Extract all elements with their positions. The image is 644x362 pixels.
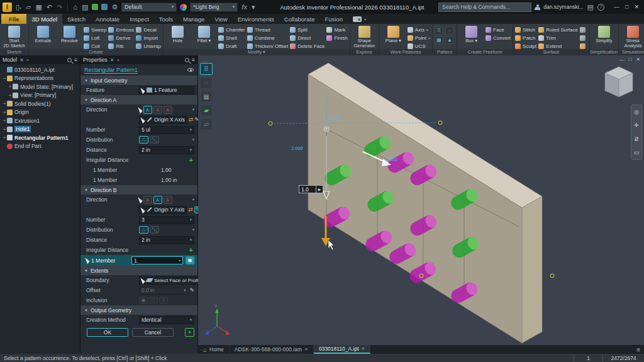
appearance-dropdown[interactable]: *Light Beig▾ bbox=[190, 3, 238, 12]
tree-item-end-of-part[interactable]: End of Part bbox=[0, 142, 80, 151]
expand-icon[interactable]: + bbox=[2, 110, 7, 115]
axis-button[interactable]: Axis▾ bbox=[408, 26, 430, 33]
distribution-b-spacing-button[interactable]: ∴ bbox=[139, 226, 148, 234]
direction-b-axis-mode-1[interactable]: Y bbox=[143, 196, 152, 204]
tree-item-rectangular-pattern1[interactable]: +Rectangular Pattern1 bbox=[0, 133, 80, 142]
zoom-icon[interactable]: ⇵ bbox=[634, 136, 639, 142]
3d-viewport[interactable]: — □ ✕ ⠿ ◌ ▦ ▰ ▱ ◎ ✛ ⇵ ▭ bbox=[198, 55, 644, 345]
expand-icon[interactable]: + bbox=[2, 135, 7, 140]
file-menu-button[interactable]: File bbox=[1, 14, 26, 24]
trim-button[interactable]: Trim bbox=[538, 35, 578, 42]
browser-tab-model[interactable]: Model bbox=[3, 57, 17, 63]
tab-list-menu-icon[interactable]: ≡ bbox=[633, 345, 644, 354]
properties-search-icon[interactable] bbox=[185, 58, 189, 62]
member-a1-value[interactable]: 1.00 bbox=[161, 167, 172, 173]
number-a-input[interactable]: 5 ul▾ bbox=[139, 126, 194, 134]
close-button[interactable]: ✕ bbox=[634, 4, 639, 10]
distribution-b-extent-button[interactable]: ⋱ bbox=[150, 226, 159, 234]
direction-a-axis-mode-3[interactable]: Y bbox=[164, 106, 172, 114]
section-input-geometry[interactable]: ▼Input Geometry bbox=[80, 76, 197, 85]
edit-offset-icon[interactable]: ✎ bbox=[189, 288, 194, 293]
patch-button[interactable]: Patch bbox=[515, 35, 536, 42]
boundary-selector[interactable]: Select Face or Profile bbox=[139, 276, 204, 285]
tree-item-model-state-primary[interactable]: +Model State: [Primary] bbox=[0, 82, 80, 91]
fx-parameters-icon[interactable]: fx bbox=[241, 4, 248, 11]
stitch-button[interactable]: Stitch bbox=[515, 26, 536, 33]
mirror-feature-button[interactable]: ▰ bbox=[200, 105, 213, 116]
member-a2-value[interactable]: 1.00 in bbox=[161, 177, 177, 183]
rectangular-pattern-icon[interactable]: ⠿ bbox=[435, 26, 443, 35]
browser-tab-close-icon[interactable]: ✕ bbox=[19, 57, 24, 63]
section-direction-a[interactable]: ▼Direction A bbox=[80, 95, 197, 105]
doc-tab-close-icon[interactable]: ✕ bbox=[362, 346, 365, 351]
properties-add-tab-icon[interactable]: + bbox=[116, 57, 119, 63]
section-extents[interactable]: ▼Extents bbox=[80, 266, 197, 275]
expand-icon[interactable]: + bbox=[2, 118, 7, 123]
extrude-button[interactable]: Extrude bbox=[31, 25, 55, 43]
section-output-geometry[interactable]: ▼Output Geometry bbox=[80, 305, 197, 315]
home-view-icon[interactable]: ⌂ bbox=[72, 4, 78, 11]
ribbon-tab-fusion[interactable]: Fusion bbox=[319, 14, 348, 24]
section-direction-b[interactable]: ▼Direction B bbox=[80, 185, 197, 195]
tree-item-extrusion1[interactable]: +Extrusion1 bbox=[0, 116, 80, 125]
sketch-driven-pattern-icon[interactable]: ▦ bbox=[435, 36, 443, 44]
split-button[interactable]: Split bbox=[290, 26, 325, 33]
ribbon-tab-environments[interactable]: Environments bbox=[233, 14, 279, 24]
direction-b-axis-selector[interactable]: Origin Y Axis bbox=[139, 206, 187, 214]
distribution-a-extent-button[interactable]: ⋱ bbox=[150, 136, 159, 144]
doc-restore-icon[interactable]: □ bbox=[628, 57, 631, 62]
pan-icon[interactable]: ✛ bbox=[634, 122, 639, 128]
ok-button[interactable]: OK bbox=[87, 328, 128, 337]
distribution-a-spacing-button[interactable]: ∴ bbox=[139, 136, 148, 144]
sketch-driven-pattern-button[interactable]: ▦ bbox=[200, 91, 213, 103]
member-b-row[interactable]: 1 Member 1.▾ ✱ bbox=[80, 255, 197, 266]
combine-button[interactable]: Combine bbox=[247, 35, 289, 42]
tree-item-view-primary[interactable]: +View: [Primary] bbox=[0, 91, 80, 100]
point-button[interactable]: Point▾ bbox=[408, 35, 430, 42]
add-irregular-distance-b-icon[interactable]: + bbox=[189, 246, 194, 254]
minimize-button[interactable]: — bbox=[614, 4, 619, 10]
plane-button[interactable]: Plane ▾ bbox=[381, 25, 406, 43]
qat-customize-icon[interactable]: ▾ bbox=[251, 4, 256, 11]
orbit-icon[interactable]: ▭ bbox=[634, 149, 640, 156]
pattern-feature-button[interactable]: ▱ bbox=[200, 118, 213, 130]
settings-gear-icon[interactable]: ⚙ bbox=[111, 4, 118, 11]
direction-b-axis-mode-2[interactable]: Y bbox=[153, 196, 162, 204]
expand-icon[interactable]: + bbox=[8, 93, 13, 98]
tree-item-hole1[interactable]: +Hole1 bbox=[0, 125, 80, 134]
expand-icon[interactable]: + bbox=[8, 84, 13, 89]
properties-menu-icon[interactable]: ≡ bbox=[192, 57, 195, 63]
direct-button[interactable]: Direct bbox=[290, 35, 325, 42]
material-icon[interactable]: ▨ bbox=[81, 4, 89, 11]
advanced-settings-plus-button[interactable]: + bbox=[185, 328, 194, 337]
doc-tab-close-icon[interactable]: ✕ bbox=[304, 347, 308, 352]
stress-analysis-button[interactable]: Stress Analysis bbox=[621, 25, 644, 49]
tool-button[interactable] bbox=[580, 35, 587, 42]
view-cube[interactable] bbox=[602, 64, 635, 102]
user-name[interactable]: dan.szymanski... bbox=[543, 4, 583, 10]
distance-b-input[interactable]: 2 in▾ bbox=[139, 236, 194, 244]
expand-icon[interactable]: − bbox=[2, 76, 7, 81]
doc-tab-adsk-300-568-000-000-iam[interactable]: ADSK-300-568-000-000.iam✕ bbox=[230, 345, 314, 354]
member-b-input[interactable]: 1.▾ bbox=[131, 256, 183, 264]
distance-a-input[interactable]: 2 in▾ bbox=[139, 146, 194, 154]
ribbon-tab-view[interactable]: View bbox=[209, 14, 232, 24]
convert-button[interactable]: Convert bbox=[486, 35, 511, 42]
shape-generator-button[interactable]: Shape Generator bbox=[352, 25, 377, 49]
scene-canvas[interactable]: 2.0002.0001.000Y bbox=[198, 55, 644, 345]
ribbon-tab-annotate[interactable]: Annotate bbox=[91, 14, 125, 24]
browser-search-icon[interactable] bbox=[67, 58, 72, 62]
browser-add-tab-icon[interactable]: + bbox=[26, 57, 30, 63]
feature-selector[interactable]: 1 Feature bbox=[139, 86, 194, 94]
ribbon-tab-tools[interactable]: Tools bbox=[154, 14, 178, 24]
member-b-settings-icon[interactable]: ✱ bbox=[186, 256, 194, 264]
properties-tab-close-icon[interactable]: ✕ bbox=[110, 57, 114, 63]
material-dropdown[interactable]: Default▾ bbox=[121, 3, 177, 12]
ruled-surface-button[interactable]: Ruled Surface bbox=[538, 26, 578, 33]
measure-icon[interactable] bbox=[92, 4, 98, 10]
hole-button[interactable]: Hole bbox=[165, 25, 190, 43]
save-icon[interactable]: ▦ bbox=[35, 4, 43, 11]
shell-button[interactable]: Shell bbox=[218, 35, 245, 42]
screen-record-icon[interactable] bbox=[353, 16, 362, 22]
sweep-button[interactable]: Sweep bbox=[84, 26, 106, 33]
